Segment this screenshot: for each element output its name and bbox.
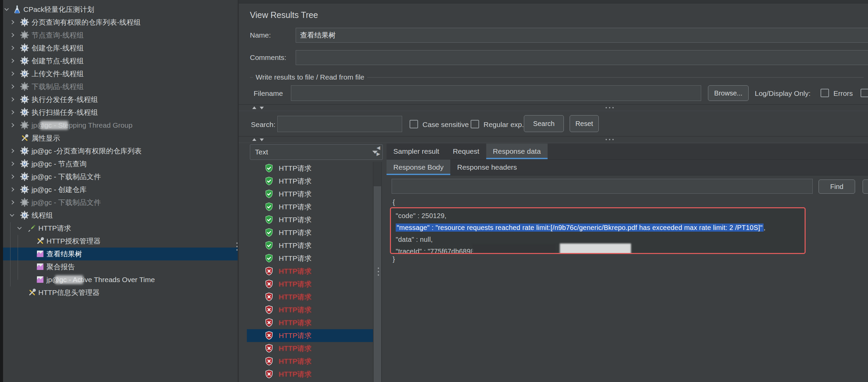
collapse-left-icon[interactable]: ◀ <box>377 145 380 150</box>
result-item-success[interactable]: HTTP请求 <box>247 200 373 213</box>
chevron-right-icon[interactable] <box>10 110 14 114</box>
find-next-button-partial[interactable] <box>863 179 868 194</box>
chevron-right-icon[interactable] <box>10 84 14 89</box>
results-scrollbar-thumb[interactable] <box>374 186 381 382</box>
result-item-label: HTTP请求 <box>279 164 312 173</box>
splitter-collapse-down-icon[interactable] <box>260 139 264 141</box>
shield-x-icon <box>264 305 274 314</box>
tree-item[interactable]: 创建仓库-线程组 <box>3 42 238 55</box>
tree-item[interactable]: HTTP请求 <box>3 222 238 235</box>
tree-item[interactable]: jp@gc - Stepping Thread Group <box>3 119 238 132</box>
tree-item[interactable]: 节点查询-线程组 <box>3 29 238 42</box>
tab-response-data[interactable]: Response data <box>486 144 548 159</box>
splitter-collapse-up-icon[interactable] <box>252 106 256 109</box>
tree-item[interactable]: jp@gc - 创建仓库 <box>3 183 238 196</box>
comments-input[interactable] <box>296 50 868 65</box>
find-button[interactable]: Find <box>818 179 855 194</box>
tree-item[interactable]: jp@gc - 下载制品文件 <box>3 196 238 209</box>
splitter-handle-dots[interactable] <box>378 268 379 276</box>
tree-item[interactable]: CPack轻量化压测计划 <box>3 3 238 16</box>
result-item-success[interactable]: HTTP请求 <box>247 239 373 252</box>
horizontal-splitter-2[interactable] <box>239 136 868 143</box>
search-button[interactable]: Search <box>524 115 564 132</box>
chevron-right-icon[interactable] <box>10 187 14 192</box>
case-sensitive-checkbox[interactable] <box>410 120 418 128</box>
chevron-right-icon[interactable] <box>10 59 14 63</box>
result-item-error[interactable]: HTTP请求 <box>247 342 373 355</box>
horizontal-splitter-1[interactable] <box>239 104 868 111</box>
chevron-down-icon[interactable] <box>10 212 14 217</box>
result-item-error[interactable]: HTTP请求 <box>247 316 373 329</box>
tab-response-body[interactable]: Response Body <box>387 160 450 175</box>
result-item-success[interactable]: HTTP请求 <box>247 252 373 265</box>
result-item-error[interactable]: HTTP请求 <box>247 329 373 342</box>
regular-exp-checkbox[interactable] <box>471 120 479 128</box>
reset-button[interactable]: Reset <box>570 115 599 132</box>
successes-checkbox-partial[interactable] <box>861 89 868 97</box>
collapse-right-icon[interactable]: ▶ <box>377 151 380 156</box>
splitter-collapse-up-icon[interactable] <box>252 138 256 141</box>
tree-item[interactable]: 分页查询有权限的仓库列表-线程组 <box>3 16 238 29</box>
browse-button[interactable]: Browse... <box>708 85 749 101</box>
errors-checkbox[interactable] <box>821 89 829 97</box>
splitter-collapse-down-icon[interactable] <box>260 107 264 109</box>
chevron-right-icon[interactable] <box>10 20 14 24</box>
splitter-handle-dots[interactable] <box>236 242 238 251</box>
case-sensitive-label: Case sensitive <box>422 121 469 129</box>
result-item-label: HTTP请求 <box>279 331 312 340</box>
tree-item[interactable]: jp@gc - 节点查询 <box>3 157 238 170</box>
tab-sampler-result[interactable]: Sampler result <box>387 144 446 159</box>
result-item-error[interactable]: HTTP请求 <box>247 265 373 278</box>
tree-item[interactable]: 聚合报告 <box>3 260 238 273</box>
result-item-error[interactable]: HTTP请求 <box>247 291 373 303</box>
tab-response-headers[interactable]: Response headers <box>450 160 524 175</box>
chevron-right-icon[interactable] <box>10 200 14 205</box>
find-input[interactable] <box>392 179 813 194</box>
tree-item[interactable]: 属性显示 <box>3 132 238 145</box>
filename-input[interactable] <box>291 85 701 101</box>
chevron-right-icon[interactable] <box>10 149 14 153</box>
result-item-success[interactable]: HTTP请求 <box>247 188 373 200</box>
result-item-success[interactable]: HTTP请求 <box>247 226 373 239</box>
name-input[interactable] <box>296 28 868 43</box>
chevron-right-icon[interactable] <box>10 97 14 102</box>
tree-item[interactable]: jp@gc -分页查询有权限的仓库列表 <box>3 145 238 157</box>
result-item-success[interactable]: HTTP请求 <box>247 162 373 175</box>
chevron-right-icon[interactable] <box>10 123 14 127</box>
tree-item[interactable]: jp@gc - 下载制品文件 <box>3 170 238 183</box>
chevron-down-icon[interactable] <box>4 6 9 11</box>
chevron-right-icon[interactable] <box>10 33 14 37</box>
tree-item-label: 节点查询-线程组 <box>32 31 84 40</box>
tree-item[interactable]: 创建节点-线程组 <box>3 55 238 67</box>
panel-collapse-arrows[interactable]: ◀ ▶ <box>374 145 382 156</box>
chevron-right-icon[interactable] <box>10 71 14 76</box>
chevron-down-icon[interactable] <box>17 225 22 230</box>
tree-item[interactable]: 线程组 <box>3 209 238 222</box>
chevron-right-icon[interactable] <box>10 46 14 50</box>
result-item-error[interactable]: HTTP请求 <box>247 303 373 316</box>
results-display-dropdown[interactable]: Text <box>250 144 383 160</box>
tab-request[interactable]: Request <box>446 144 486 159</box>
tree-item[interactable]: 查看结果树 <box>3 248 238 260</box>
tree-item[interactable]: 上传文件-线程组 <box>3 67 238 80</box>
tree-item[interactable]: 执行分发任务-线程组 <box>3 93 238 106</box>
result-item-error[interactable]: HTTP请求 <box>247 278 373 291</box>
tree-item[interactable]: 下载制品-线程组 <box>3 80 238 93</box>
chevron-right-icon[interactable] <box>10 174 14 179</box>
tree-item[interactable]: HTTP授权管理器 <box>3 235 238 248</box>
search-input[interactable] <box>277 116 402 132</box>
result-item-success[interactable]: HTTP请求 <box>247 175 373 188</box>
result-item-success[interactable]: HTTP请求 <box>247 213 373 226</box>
redaction-block-light <box>560 243 631 254</box>
chevron-right-icon[interactable] <box>10 162 14 166</box>
result-item-error[interactable]: HTTP请求 <box>247 355 373 368</box>
result-item-error[interactable]: HTTP请求 <box>247 368 373 381</box>
shield-check-icon <box>264 254 274 263</box>
splitter-handle-dots[interactable] <box>606 107 614 108</box>
panel-splitter-vertical[interactable] <box>238 0 239 382</box>
tree-item[interactable]: HTTP信息头管理器 <box>3 286 238 299</box>
tree-item[interactable]: 执行扫描任务-线程组 <box>3 106 238 119</box>
tree-item[interactable]: jp@gc - Active Threads Over Time <box>3 273 238 286</box>
splitter-handle-dots[interactable] <box>606 139 614 140</box>
result-item-error[interactable]: HTTP请求 <box>247 381 373 382</box>
